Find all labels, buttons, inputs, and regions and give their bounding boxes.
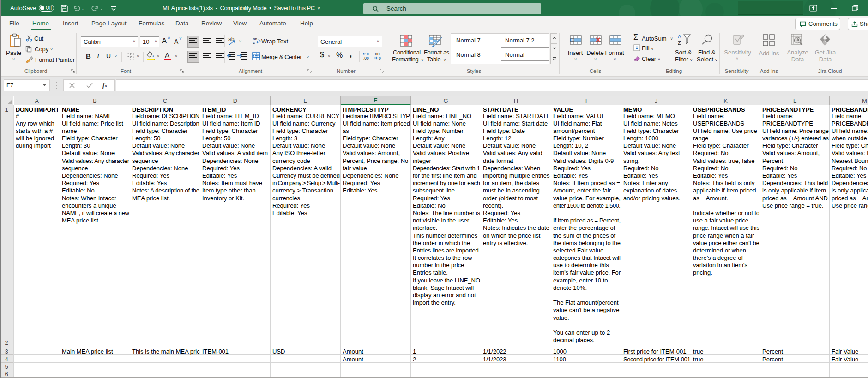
svg-text:.00: .00 [363,56,369,60]
svg-text:A: A [678,34,681,39]
svg-text:0: 0 [379,56,381,60]
svg-text:c: c [253,41,255,44]
svg-text:Z: Z [678,40,681,46]
